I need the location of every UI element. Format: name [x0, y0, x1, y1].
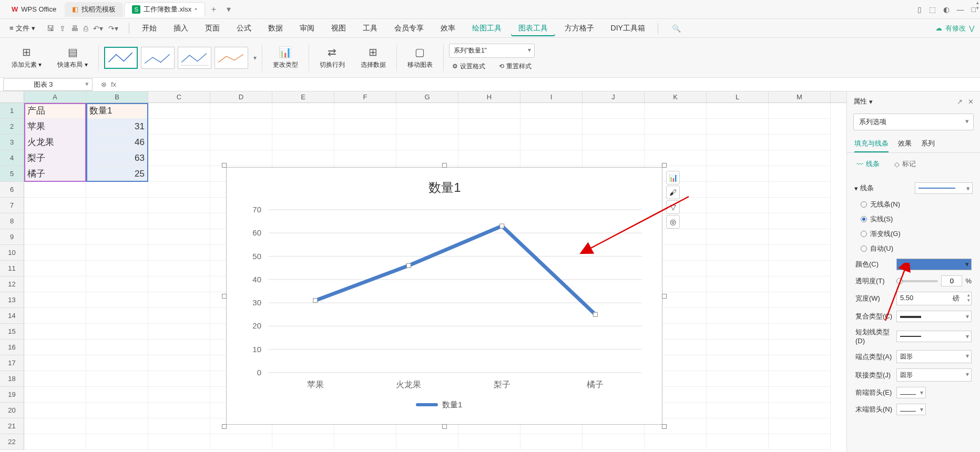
- resize-handle-se[interactable]: [662, 424, 667, 429]
- chart-elements-button[interactable]: 📊: [666, 171, 680, 184]
- cell[interactable]: [769, 213, 831, 229]
- cell[interactable]: [707, 229, 769, 245]
- cell[interactable]: [396, 103, 458, 119]
- row-header[interactable]: 15: [0, 324, 24, 340]
- cell[interactable]: 梨子: [24, 150, 86, 166]
- cell[interactable]: [707, 150, 769, 166]
- cell[interactable]: [707, 198, 769, 213]
- row-header[interactable]: 6: [0, 182, 24, 198]
- cell[interactable]: [148, 292, 210, 308]
- cell[interactable]: 苹果: [24, 119, 86, 135]
- cell[interactable]: [24, 308, 86, 324]
- col-header-A[interactable]: A: [24, 91, 86, 102]
- cell[interactable]: [24, 403, 86, 418]
- select-data-button[interactable]: ⊞选择数据: [355, 44, 391, 71]
- menu-member[interactable]: 会员专享: [387, 20, 431, 36]
- cancel-fx-icon[interactable]: ⊗: [101, 80, 107, 88]
- tab-active-file[interactable]: S工作簿数量.xlsx•: [124, 2, 205, 17]
- cell[interactable]: [396, 119, 458, 135]
- cell[interactable]: [645, 150, 707, 166]
- switch-rowcol-button[interactable]: ⇄切换行列: [314, 44, 350, 71]
- series-options-dropdown[interactable]: 系列选项: [853, 114, 974, 130]
- cell[interactable]: [24, 245, 86, 261]
- row-header[interactable]: 1: [0, 103, 24, 119]
- row-header[interactable]: 2: [0, 119, 24, 135]
- cell[interactable]: [86, 387, 148, 403]
- cell[interactable]: [86, 434, 148, 450]
- cell[interactable]: [86, 276, 148, 292]
- minimize-button[interactable]: —: [957, 5, 964, 14]
- cell[interactable]: [24, 276, 86, 292]
- cell[interactable]: [86, 245, 148, 261]
- cell[interactable]: [24, 371, 86, 387]
- chart-style-3[interactable]: [178, 47, 211, 69]
- menu-draw-tools[interactable]: 绘图工具: [465, 20, 509, 36]
- width-input[interactable]: 5.50磅▴▾: [896, 292, 972, 305]
- file-menu-button[interactable]: ≡文件▾: [5, 24, 39, 33]
- cell[interactable]: [769, 355, 831, 371]
- radio-solid-line[interactable]: 实线(S): [854, 212, 973, 227]
- line-style-picker[interactable]: [915, 182, 973, 194]
- cell[interactable]: 数量1: [86, 103, 148, 119]
- cell[interactable]: [769, 371, 831, 387]
- cell[interactable]: [583, 103, 645, 119]
- cell[interactable]: [86, 229, 148, 245]
- cell[interactable]: [86, 198, 148, 213]
- row-header[interactable]: 13: [0, 292, 24, 308]
- row-header[interactable]: 11: [0, 261, 24, 276]
- cell[interactable]: [86, 308, 148, 324]
- fx-label[interactable]: fx: [111, 80, 116, 88]
- cell[interactable]: [707, 355, 769, 371]
- cell[interactable]: [148, 229, 210, 245]
- chart-brush-button[interactable]: 🖌: [666, 186, 680, 199]
- cell[interactable]: [148, 387, 210, 403]
- cell[interactable]: [148, 340, 210, 355]
- style-scroll[interactable]: ▾: [253, 54, 257, 61]
- cell[interactable]: [148, 150, 210, 166]
- row-header[interactable]: 22: [0, 434, 24, 450]
- col-header-K[interactable]: K: [645, 91, 707, 102]
- set-format-button[interactable]: ⚙设置格式: [449, 61, 488, 72]
- cell[interactable]: [334, 135, 396, 150]
- end-arrow-picker[interactable]: [896, 404, 926, 415]
- cell[interactable]: [334, 150, 396, 166]
- cell[interactable]: [769, 198, 831, 213]
- cell[interactable]: [707, 261, 769, 276]
- cell[interactable]: [769, 103, 831, 119]
- tab-add-button[interactable]: +: [206, 5, 221, 14]
- save-icon[interactable]: 🖫: [47, 24, 54, 33]
- cell[interactable]: [148, 119, 210, 135]
- cell[interactable]: [86, 324, 148, 340]
- menu-chart-tools[interactable]: 图表工具: [511, 20, 555, 36]
- chart-style-2[interactable]: [141, 47, 175, 69]
- cell[interactable]: [707, 213, 769, 229]
- cell[interactable]: [24, 387, 86, 403]
- print-icon[interactable]: 🖶: [71, 24, 78, 33]
- cell[interactable]: 产品: [24, 103, 86, 119]
- cell[interactable]: [272, 119, 334, 135]
- cell[interactable]: [769, 135, 831, 150]
- cell[interactable]: [272, 434, 334, 450]
- menu-view[interactable]: 视图: [324, 20, 353, 36]
- transparency-input[interactable]: [941, 275, 962, 286]
- col-header-H[interactable]: H: [458, 91, 520, 102]
- cell[interactable]: [86, 403, 148, 418]
- cell[interactable]: [707, 103, 769, 119]
- tab-series[interactable]: 系列: [921, 136, 935, 152]
- cell[interactable]: [645, 135, 707, 150]
- cell[interactable]: [769, 119, 831, 135]
- col-header-E[interactable]: E: [272, 91, 334, 102]
- resize-handle-w[interactable]: [222, 294, 227, 299]
- cell[interactable]: [24, 261, 86, 276]
- menu-tools[interactable]: 工具: [355, 20, 385, 36]
- collapse-ribbon-icon[interactable]: ⋁: [969, 24, 975, 32]
- row-header[interactable]: 18: [0, 371, 24, 387]
- cell[interactable]: [769, 229, 831, 245]
- row-header[interactable]: 7: [0, 198, 24, 213]
- cell[interactable]: [583, 434, 645, 450]
- row-header[interactable]: 16: [0, 340, 24, 355]
- cell[interactable]: [86, 261, 148, 276]
- cell[interactable]: [148, 276, 210, 292]
- cell[interactable]: [86, 418, 148, 434]
- row-header[interactable]: 8: [0, 213, 24, 229]
